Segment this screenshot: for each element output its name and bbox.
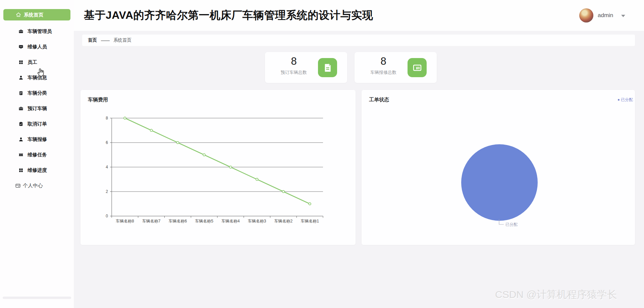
svg-text:车辆名称2: 车辆名称2 bbox=[274, 219, 293, 223]
home-icon bbox=[16, 12, 21, 17]
svg-text:4: 4 bbox=[106, 165, 108, 169]
svg-text:6: 6 bbox=[106, 140, 108, 145]
sidebar-item-label: 员工 bbox=[28, 59, 37, 65]
sidebar-item-home[interactable]: 系统首页 bbox=[3, 9, 70, 20]
panel-vehicle-cost: 车辆费用 02468车辆名称8车辆名称7车辆名称6车辆名称5车辆名称4车辆名称3… bbox=[80, 90, 356, 245]
app-root: 基于JAVA的齐齐哈尔第一机床厂车辆管理系统的设计与实现 admin 系统首页 … bbox=[0, 0, 644, 308]
grid-icon bbox=[18, 168, 23, 173]
sidebar-menu: 车辆管理员维修人员员工车辆信息车辆分类预订车辆取消订单车辆报修维修任务维修进度个… bbox=[0, 23, 74, 193]
sidebar-item-label: 维修人员 bbox=[28, 44, 47, 50]
sidebar-item-label: 个人中心 bbox=[23, 183, 43, 189]
pie-chart: 已分配 bbox=[362, 90, 635, 245]
svg-text:车辆名称1: 车辆名称1 bbox=[301, 219, 319, 223]
svg-text:¥: ¥ bbox=[416, 66, 418, 70]
svg-text:车辆名称8: 车辆名称8 bbox=[116, 219, 134, 223]
clipboard-icon bbox=[18, 91, 23, 96]
breadcrumb-separator: —— bbox=[101, 38, 109, 43]
stat-value: 8 bbox=[265, 55, 323, 67]
avatar[interactable] bbox=[579, 8, 593, 22]
stat-card-repair: 8 车辆报修总数 ¥ bbox=[355, 52, 437, 83]
clipboard-check-icon bbox=[18, 121, 23, 126]
svg-text:车辆名称4: 车辆名称4 bbox=[221, 219, 240, 223]
chevron-down-icon[interactable] bbox=[621, 15, 625, 17]
svg-text:车辆名称5: 车辆名称5 bbox=[195, 219, 213, 223]
sidebar: 系统首页 车辆管理员维修人员员工车辆信息车辆分类预订车辆取消订单车辆报修维修任务… bbox=[0, 0, 74, 308]
topbar: 基于JAVA的齐齐哈尔第一机床厂车辆管理系统的设计与实现 admin bbox=[0, 0, 644, 31]
stat-card-reserved: 8 预订车辆总数 bbox=[265, 52, 347, 83]
sidebar-item[interactable]: 车辆报修 bbox=[0, 132, 74, 147]
user-icon bbox=[18, 137, 23, 142]
sidebar-item-personal-center[interactable]: 个人中心 bbox=[0, 178, 74, 193]
bank-card-icon bbox=[15, 183, 21, 189]
svg-text:2: 2 bbox=[106, 189, 108, 194]
sidebar-divider bbox=[3, 297, 71, 299]
chat-icon bbox=[18, 44, 23, 49]
stat-value: 8 bbox=[355, 55, 412, 67]
sidebar-item[interactable]: 取消订单 bbox=[0, 116, 74, 132]
sidebar-item[interactable]: 维修人员 bbox=[0, 39, 74, 54]
sidebar-item-label: 取消订单 bbox=[28, 121, 47, 127]
sidebar-item-label: 车辆管理员 bbox=[28, 28, 52, 35]
sidebar-item-label: 维修进度 bbox=[28, 167, 47, 173]
sidebar-item[interactable]: 预订车辆 bbox=[0, 101, 74, 116]
breadcrumb-home[interactable]: 首页 bbox=[88, 37, 97, 43]
sidebar-item-label: 车辆分类 bbox=[28, 90, 47, 96]
svg-text:车辆名称7: 车辆名称7 bbox=[142, 219, 161, 223]
grid-icon bbox=[18, 60, 23, 65]
sidebar-item-label: 车辆报修 bbox=[28, 136, 47, 143]
stat-label: 车辆报修总数 bbox=[355, 69, 412, 75]
document-icon bbox=[318, 58, 337, 77]
sidebar-item[interactable]: 车辆分类 bbox=[0, 85, 74, 101]
svg-text:8: 8 bbox=[106, 116, 108, 120]
line-chart: 02468车辆名称8车辆名称7车辆名称6车辆名称5车辆名称4车辆名称3车辆名称2… bbox=[80, 90, 356, 245]
breadcrumb-current: 系统首页 bbox=[113, 37, 131, 43]
watermark: CSDN @计算机程序猿学长 bbox=[495, 288, 617, 302]
stat-label: 预订车辆总数 bbox=[265, 69, 323, 75]
briefcase-icon bbox=[18, 29, 23, 34]
page-title: 基于JAVA的齐齐哈尔第一机床厂车辆管理系统的设计与实现 bbox=[84, 8, 373, 23]
svg-text:车辆名称3: 车辆名称3 bbox=[248, 219, 266, 223]
sidebar-item-label: 维修任务 bbox=[28, 152, 47, 158]
panel-workorder-status: 工单状态 已分配 已分配 bbox=[362, 90, 635, 245]
svg-text:车辆名称6: 车辆名称6 bbox=[169, 219, 187, 223]
sidebar-item[interactable]: 维修任务 bbox=[0, 147, 74, 162]
ticket-icon bbox=[18, 152, 23, 157]
cursor-pointer-icon bbox=[36, 68, 46, 79]
breadcrumb: 首页 —— 系统首页 bbox=[82, 35, 635, 46]
sidebar-item[interactable]: 车辆管理员 bbox=[0, 23, 74, 39]
username[interactable]: admin bbox=[598, 12, 613, 19]
user-icon bbox=[18, 75, 23, 80]
svg-text:0: 0 bbox=[106, 214, 108, 218]
sidebar-item[interactable]: 维修进度 bbox=[0, 162, 74, 178]
sidebar-item-label: 系统首页 bbox=[24, 12, 43, 18]
svg-text:已分配: 已分配 bbox=[505, 222, 518, 227]
briefcase-icon bbox=[18, 106, 23, 111]
sidebar-item-label: 预订车辆 bbox=[28, 105, 47, 112]
money-bill-icon: ¥ bbox=[408, 58, 427, 77]
